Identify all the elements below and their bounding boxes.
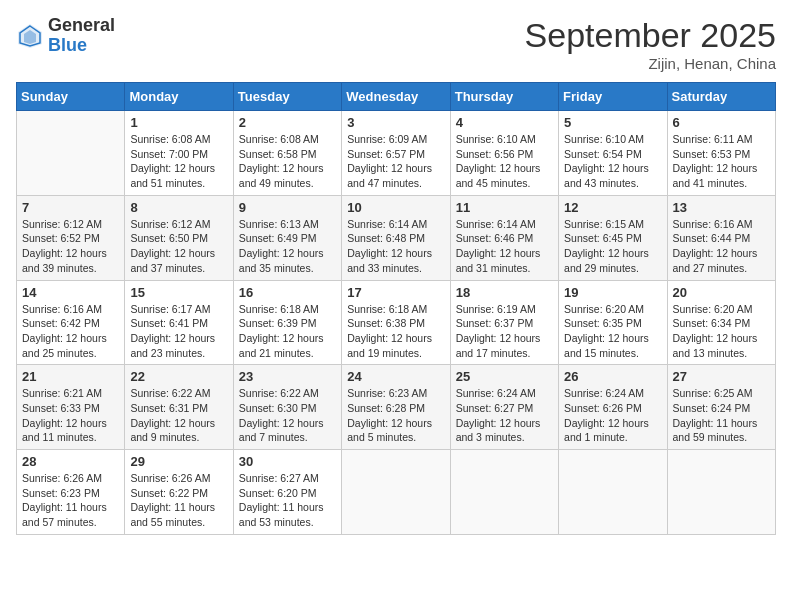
header-wednesday: Wednesday [342,83,450,111]
calendar-cell: 22Sunrise: 6:22 AMSunset: 6:31 PMDayligh… [125,365,233,450]
day-info: Sunrise: 6:24 AMSunset: 6:26 PMDaylight:… [564,386,661,445]
day-number: 17 [347,285,444,300]
header-sunday: Sunday [17,83,125,111]
header-monday: Monday [125,83,233,111]
calendar-cell: 14Sunrise: 6:16 AMSunset: 6:42 PMDayligh… [17,280,125,365]
day-number: 4 [456,115,553,130]
day-number: 8 [130,200,227,215]
day-info: Sunrise: 6:18 AMSunset: 6:39 PMDaylight:… [239,302,336,361]
calendar-cell: 28Sunrise: 6:26 AMSunset: 6:23 PMDayligh… [17,450,125,535]
calendar-cell: 9Sunrise: 6:13 AMSunset: 6:49 PMDaylight… [233,195,341,280]
calendar-cell: 19Sunrise: 6:20 AMSunset: 6:35 PMDayligh… [559,280,667,365]
day-number: 21 [22,369,119,384]
day-number: 13 [673,200,770,215]
header-thursday: Thursday [450,83,558,111]
calendar-cell: 12Sunrise: 6:15 AMSunset: 6:45 PMDayligh… [559,195,667,280]
calendar-cell [450,450,558,535]
calendar-cell: 17Sunrise: 6:18 AMSunset: 6:38 PMDayligh… [342,280,450,365]
calendar-cell: 4Sunrise: 6:10 AMSunset: 6:56 PMDaylight… [450,111,558,196]
calendar-cell: 8Sunrise: 6:12 AMSunset: 6:50 PMDaylight… [125,195,233,280]
calendar-cell: 2Sunrise: 6:08 AMSunset: 6:58 PMDaylight… [233,111,341,196]
calendar-header-row: SundayMondayTuesdayWednesdayThursdayFrid… [17,83,776,111]
calendar-cell: 11Sunrise: 6:14 AMSunset: 6:46 PMDayligh… [450,195,558,280]
day-info: Sunrise: 6:16 AMSunset: 6:42 PMDaylight:… [22,302,119,361]
day-number: 11 [456,200,553,215]
header-saturday: Saturday [667,83,775,111]
calendar-cell: 20Sunrise: 6:20 AMSunset: 6:34 PMDayligh… [667,280,775,365]
day-info: Sunrise: 6:10 AMSunset: 6:54 PMDaylight:… [564,132,661,191]
calendar-cell: 24Sunrise: 6:23 AMSunset: 6:28 PMDayligh… [342,365,450,450]
day-info: Sunrise: 6:14 AMSunset: 6:48 PMDaylight:… [347,217,444,276]
calendar-week-row: 1Sunrise: 6:08 AMSunset: 7:00 PMDaylight… [17,111,776,196]
day-info: Sunrise: 6:18 AMSunset: 6:38 PMDaylight:… [347,302,444,361]
calendar-cell: 26Sunrise: 6:24 AMSunset: 6:26 PMDayligh… [559,365,667,450]
calendar-cell: 13Sunrise: 6:16 AMSunset: 6:44 PMDayligh… [667,195,775,280]
day-number: 26 [564,369,661,384]
calendar-cell: 29Sunrise: 6:26 AMSunset: 6:22 PMDayligh… [125,450,233,535]
header-tuesday: Tuesday [233,83,341,111]
day-number: 1 [130,115,227,130]
calendar-table: SundayMondayTuesdayWednesdayThursdayFrid… [16,82,776,535]
day-number: 5 [564,115,661,130]
day-info: Sunrise: 6:09 AMSunset: 6:57 PMDaylight:… [347,132,444,191]
day-number: 18 [456,285,553,300]
day-info: Sunrise: 6:08 AMSunset: 7:00 PMDaylight:… [130,132,227,191]
day-info: Sunrise: 6:16 AMSunset: 6:44 PMDaylight:… [673,217,770,276]
day-info: Sunrise: 6:20 AMSunset: 6:34 PMDaylight:… [673,302,770,361]
day-number: 19 [564,285,661,300]
day-info: Sunrise: 6:08 AMSunset: 6:58 PMDaylight:… [239,132,336,191]
calendar-cell: 27Sunrise: 6:25 AMSunset: 6:24 PMDayligh… [667,365,775,450]
day-number: 14 [22,285,119,300]
day-info: Sunrise: 6:14 AMSunset: 6:46 PMDaylight:… [456,217,553,276]
logo-general-text: General [48,16,115,36]
day-info: Sunrise: 6:12 AMSunset: 6:50 PMDaylight:… [130,217,227,276]
calendar-cell: 10Sunrise: 6:14 AMSunset: 6:48 PMDayligh… [342,195,450,280]
title-block: September 2025 Zijin, Henan, China [525,16,776,72]
day-number: 15 [130,285,227,300]
calendar-cell: 18Sunrise: 6:19 AMSunset: 6:37 PMDayligh… [450,280,558,365]
day-number: 27 [673,369,770,384]
day-info: Sunrise: 6:22 AMSunset: 6:31 PMDaylight:… [130,386,227,445]
calendar-cell: 30Sunrise: 6:27 AMSunset: 6:20 PMDayligh… [233,450,341,535]
day-number: 24 [347,369,444,384]
calendar-cell [17,111,125,196]
calendar-cell [667,450,775,535]
day-number: 25 [456,369,553,384]
day-number: 6 [673,115,770,130]
day-info: Sunrise: 6:11 AMSunset: 6:53 PMDaylight:… [673,132,770,191]
day-info: Sunrise: 6:19 AMSunset: 6:37 PMDaylight:… [456,302,553,361]
day-number: 12 [564,200,661,215]
header-friday: Friday [559,83,667,111]
calendar-week-row: 14Sunrise: 6:16 AMSunset: 6:42 PMDayligh… [17,280,776,365]
calendar-cell [559,450,667,535]
calendar-cell: 21Sunrise: 6:21 AMSunset: 6:33 PMDayligh… [17,365,125,450]
logo: General Blue [16,16,115,56]
location-subtitle: Zijin, Henan, China [525,55,776,72]
day-info: Sunrise: 6:23 AMSunset: 6:28 PMDaylight:… [347,386,444,445]
day-number: 9 [239,200,336,215]
day-info: Sunrise: 6:22 AMSunset: 6:30 PMDaylight:… [239,386,336,445]
day-info: Sunrise: 6:26 AMSunset: 6:23 PMDaylight:… [22,471,119,530]
day-number: 20 [673,285,770,300]
day-number: 16 [239,285,336,300]
calendar-cell [342,450,450,535]
calendar-week-row: 28Sunrise: 6:26 AMSunset: 6:23 PMDayligh… [17,450,776,535]
day-info: Sunrise: 6:20 AMSunset: 6:35 PMDaylight:… [564,302,661,361]
calendar-cell: 16Sunrise: 6:18 AMSunset: 6:39 PMDayligh… [233,280,341,365]
calendar-cell: 1Sunrise: 6:08 AMSunset: 7:00 PMDaylight… [125,111,233,196]
day-info: Sunrise: 6:26 AMSunset: 6:22 PMDaylight:… [130,471,227,530]
day-number: 30 [239,454,336,469]
day-info: Sunrise: 6:13 AMSunset: 6:49 PMDaylight:… [239,217,336,276]
day-number: 2 [239,115,336,130]
month-title: September 2025 [525,16,776,55]
day-info: Sunrise: 6:24 AMSunset: 6:27 PMDaylight:… [456,386,553,445]
day-info: Sunrise: 6:25 AMSunset: 6:24 PMDaylight:… [673,386,770,445]
calendar-cell: 3Sunrise: 6:09 AMSunset: 6:57 PMDaylight… [342,111,450,196]
calendar-cell: 5Sunrise: 6:10 AMSunset: 6:54 PMDaylight… [559,111,667,196]
calendar-cell: 23Sunrise: 6:22 AMSunset: 6:30 PMDayligh… [233,365,341,450]
calendar-cell: 6Sunrise: 6:11 AMSunset: 6:53 PMDaylight… [667,111,775,196]
day-number: 29 [130,454,227,469]
day-info: Sunrise: 6:10 AMSunset: 6:56 PMDaylight:… [456,132,553,191]
calendar-cell: 25Sunrise: 6:24 AMSunset: 6:27 PMDayligh… [450,365,558,450]
day-number: 28 [22,454,119,469]
